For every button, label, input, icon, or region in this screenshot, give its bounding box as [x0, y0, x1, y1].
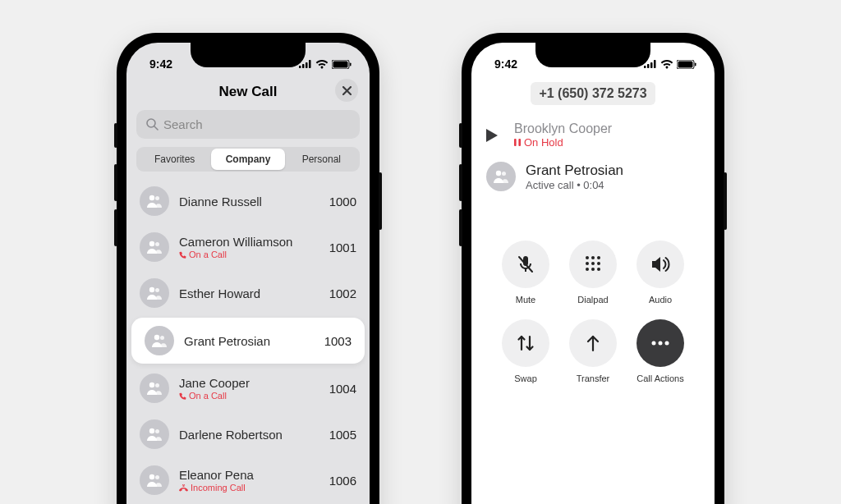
more-icon — [636, 319, 684, 367]
contact-name: Grant Petrosian — [184, 334, 315, 348]
contact-row[interactable]: Dianne Russell1000 — [126, 178, 370, 224]
mute-icon — [502, 241, 549, 288]
svg-rect-6 — [350, 62, 352, 66]
tab-personal[interactable]: Personal — [285, 149, 358, 170]
svg-rect-30 — [514, 139, 517, 146]
contact-list[interactable]: Dianne Russell1000Cameron WilliamsonOn a… — [126, 178, 370, 503]
tab-favorites[interactable]: Favorites — [138, 149, 211, 170]
svg-rect-5 — [333, 61, 348, 67]
contact-row[interactable]: Eleanor PenaIncoming Call1006 — [126, 457, 370, 503]
tab-company[interactable]: Company — [211, 149, 284, 170]
contact-row[interactable]: Jane CooperOn a Call1004 — [126, 365, 370, 411]
battery-icon — [332, 60, 352, 69]
svg-point-10 — [155, 196, 159, 200]
close-icon — [342, 86, 352, 95]
battery-icon — [677, 60, 696, 69]
svg-point-9 — [149, 195, 154, 200]
svg-line-8 — [154, 126, 158, 130]
svg-point-33 — [502, 172, 506, 176]
svg-rect-3 — [309, 60, 311, 68]
contact-status: On a Call — [179, 391, 319, 401]
search-input[interactable]: Search — [136, 110, 360, 139]
avatar-icon — [140, 186, 169, 216]
swap-button[interactable]: Swap — [496, 319, 555, 383]
avatar-icon — [140, 232, 169, 262]
avatar-icon — [140, 278, 169, 308]
button-label: Transfer — [577, 373, 610, 383]
svg-rect-28 — [678, 61, 693, 67]
svg-rect-1 — [302, 64, 305, 68]
close-button[interactable] — [335, 79, 358, 102]
contact-row[interactable]: Darlene Robertson1005 — [126, 411, 370, 457]
call-active[interactable]: Grant Petrosian Active call • 0:04 — [471, 157, 715, 199]
play-icon — [486, 129, 504, 142]
svg-point-32 — [496, 171, 501, 176]
svg-point-22 — [155, 475, 159, 479]
active-caller-name: Grant Petrosian — [526, 163, 623, 179]
svg-point-38 — [586, 262, 589, 265]
svg-point-18 — [155, 383, 159, 387]
contact-row[interactable]: Cameron WilliamsonOn a Call1001 — [126, 224, 370, 270]
svg-rect-23 — [644, 66, 646, 68]
status-time: 9:42 — [494, 57, 517, 71]
avatar-icon — [140, 419, 169, 449]
active-status: Active call • 0:04 — [526, 179, 623, 191]
search-placeholder: Search — [163, 117, 203, 131]
svg-point-43 — [597, 268, 600, 271]
svg-point-37 — [597, 256, 600, 259]
svg-rect-24 — [647, 64, 650, 68]
dialpad-button[interactable]: Dialpad — [563, 241, 623, 305]
audio-button[interactable]: Audio — [631, 241, 690, 305]
phone-right: 9:42 +1 (650) 372 5273 Brooklyn Cooper O… — [462, 33, 724, 504]
svg-point-13 — [149, 287, 154, 292]
svg-point-44 — [652, 341, 656, 346]
contact-name: Esther Howard — [179, 286, 319, 300]
avatar-icon — [486, 162, 516, 191]
contact-name: Darlene Robertson — [179, 428, 319, 442]
svg-rect-29 — [695, 62, 696, 66]
contact-name: Dianne Russell — [179, 195, 319, 208]
search-icon — [146, 118, 159, 131]
contact-extension: 1001 — [329, 241, 356, 254]
svg-point-39 — [591, 262, 595, 265]
svg-point-14 — [155, 288, 159, 292]
button-label: Mute — [516, 295, 535, 305]
avatar-icon — [140, 465, 169, 495]
status-time: 9:42 — [149, 57, 172, 71]
swap-icon — [502, 319, 549, 367]
status-icons — [299, 60, 352, 69]
svg-point-20 — [155, 429, 159, 433]
avatar-icon — [145, 326, 174, 355]
dialed-number: +1 (650) 372 5273 — [531, 82, 655, 105]
segmented-control: Favorites Company Personal — [136, 147, 360, 172]
wifi-icon — [315, 60, 329, 69]
transfer-button[interactable]: Transfer — [563, 319, 623, 383]
contact-status: Incoming Call — [179, 483, 319, 493]
call-actions-button[interactable]: Call Actions — [631, 319, 690, 383]
contact-row[interactable]: Grant Petrosian1003 — [131, 318, 365, 364]
svg-rect-25 — [650, 62, 653, 68]
transfer-icon — [569, 319, 617, 367]
svg-point-40 — [597, 262, 600, 265]
pause-icon — [514, 139, 521, 146]
contact-name: Cameron Williamson — [179, 235, 319, 249]
contact-name: Eleanor Pena — [179, 468, 319, 482]
svg-rect-2 — [306, 62, 308, 68]
svg-point-21 — [149, 474, 154, 479]
contact-extension: 1005 — [329, 428, 356, 442]
button-label: Call Actions — [636, 373, 683, 383]
avatar-icon — [140, 373, 169, 403]
contact-row[interactable]: Esther Howard1002 — [126, 270, 370, 316]
call-on-hold[interactable]: Brooklyn Cooper On Hold — [471, 117, 715, 157]
mute-button[interactable]: Mute — [496, 241, 555, 305]
svg-point-46 — [665, 341, 669, 346]
hold-status: On Hold — [514, 136, 612, 149]
contact-extension: 1006 — [329, 474, 356, 488]
page-title: New Call — [219, 84, 278, 100]
contact-extension: 1000 — [329, 195, 356, 208]
wifi-icon — [660, 60, 673, 69]
button-label: Swap — [514, 373, 537, 383]
contact-extension: 1003 — [324, 334, 352, 348]
dialpad-icon — [569, 241, 617, 288]
svg-point-35 — [586, 256, 589, 259]
